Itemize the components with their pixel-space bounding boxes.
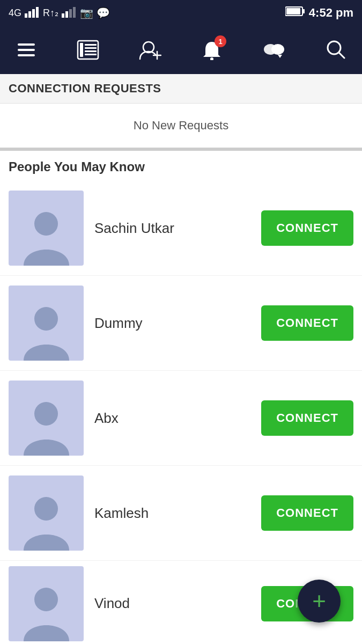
camera-icon: 📷 <box>80 6 93 19</box>
svg-rect-10 <box>286 8 300 14</box>
carrier-r: R↑₂ <box>43 7 58 19</box>
svg-rect-12 <box>80 44 83 56</box>
person-row: Dummy CONNECT <box>0 276 362 371</box>
add-user-icon[interactable] <box>137 36 164 63</box>
person-name: Sachin Utkar <box>84 220 261 237</box>
notification-count: 1 <box>215 35 226 47</box>
svg-point-29 <box>34 402 58 426</box>
svg-rect-6 <box>69 9 72 18</box>
svg-rect-5 <box>65 11 68 18</box>
fab-add-button[interactable]: + <box>298 580 341 623</box>
svg-point-24 <box>271 44 284 55</box>
svg-rect-16 <box>85 47 97 49</box>
navbar: 1 <box>0 26 362 74</box>
time-display: 4:52 pm <box>309 6 353 20</box>
status-right: 4:52 pm <box>285 6 353 20</box>
person-row: Abx CONNECT <box>0 371 362 466</box>
connect-button-kamlesh[interactable]: CONNECT <box>261 495 353 531</box>
connect-button-dummy[interactable]: CONNECT <box>261 305 353 341</box>
svg-point-30 <box>34 497 58 521</box>
svg-point-22 <box>210 57 213 60</box>
svg-rect-4 <box>62 13 64 18</box>
people-section-title: People You May Know <box>0 151 362 181</box>
svg-rect-18 <box>85 54 97 55</box>
avatar <box>9 286 84 361</box>
svg-rect-9 <box>302 9 305 13</box>
person-name: Abx <box>84 410 261 427</box>
person-name: Kamlesh <box>84 505 261 522</box>
carrier-info: 4G R↑₂ 📷 💬 <box>9 6 110 20</box>
avatar <box>9 191 84 266</box>
person-name: Vinod <box>84 595 261 612</box>
person-name: Dummy <box>84 315 261 332</box>
battery-icon <box>285 6 305 20</box>
status-bar: 4G R↑₂ 📷 💬 4:52 pm <box>0 0 362 26</box>
svg-rect-2 <box>32 9 35 18</box>
connect-button-abx[interactable]: CONNECT <box>261 400 353 436</box>
svg-rect-15 <box>85 44 97 46</box>
svg-point-28 <box>34 307 58 331</box>
no-requests-message: No New Requests <box>0 104 362 151</box>
contacts-icon[interactable] <box>75 36 101 63</box>
whatsapp-icon: 💬 <box>97 6 110 19</box>
signal-bars-1 <box>25 6 40 20</box>
avatar <box>9 475 84 551</box>
menu-button[interactable] <box>13 36 40 63</box>
svg-line-26 <box>339 53 344 58</box>
svg-point-27 <box>34 212 58 236</box>
notification-bell-icon[interactable]: 1 <box>198 36 225 63</box>
search-icon[interactable] <box>322 36 349 63</box>
svg-rect-0 <box>25 13 27 18</box>
signal-bars-2 <box>62 6 77 20</box>
svg-rect-7 <box>73 7 76 18</box>
person-row: Sachin Utkar CONNECT <box>0 181 362 276</box>
svg-point-31 <box>34 588 58 611</box>
svg-rect-14 <box>80 55 83 57</box>
avatar <box>9 380 84 456</box>
chat-icon[interactable] <box>261 36 287 63</box>
avatar <box>9 566 84 641</box>
plus-icon: + <box>312 589 326 613</box>
svg-rect-1 <box>28 11 31 18</box>
svg-rect-17 <box>85 50 97 52</box>
carrier-4g: 4G <box>9 8 21 19</box>
svg-rect-13 <box>80 43 83 45</box>
connect-button-sachin[interactable]: CONNECT <box>261 210 353 246</box>
connection-requests-header: CONNECTION REQUESTS <box>0 74 362 104</box>
svg-rect-3 <box>36 7 39 18</box>
person-row: Kamlesh CONNECT <box>0 466 362 561</box>
